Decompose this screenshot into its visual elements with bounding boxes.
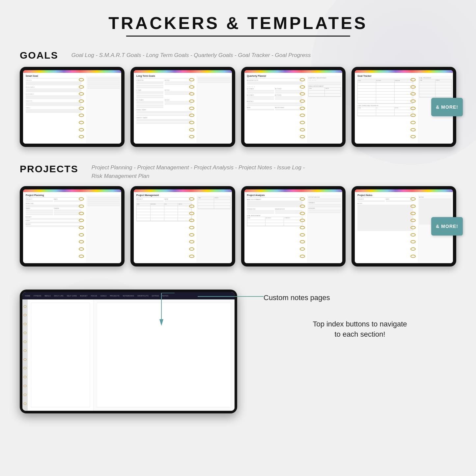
long-term-left: Long Term Goals 6 MONTHS NOTES: [134, 73, 195, 144]
project-analysis-screen: Project Analysis ANALYSIS SUMMARY STRENG…: [244, 189, 343, 263]
rainbow-bar-7: [244, 189, 343, 192]
project-management-left: Project Management PROJECT DATE: [134, 192, 195, 263]
label-1-container: Custom notes pages: [264, 293, 456, 303]
tab-meals[interactable]: MEALS: [43, 294, 52, 297]
goals-subtitle: Goal Log - S.M.A.R.T Goals - Long Term G…: [71, 51, 311, 60]
tab-notebooks[interactable]: NOTEBOOKS: [122, 294, 135, 297]
tab-daily-life[interactable]: DAILY LIFE: [53, 294, 65, 297]
svg-marker-0: [159, 319, 163, 326]
rainbow-bar-5: [23, 189, 121, 192]
spiral-7: [300, 195, 305, 260]
spiral-3: [300, 76, 305, 140]
smart-goal-left: Smart Goal SPECIFIC MEASURABLE ACHIEVABL…: [23, 73, 84, 144]
long-term-goals-screen: Long Term Goals 6 MONTHS NOTES: [134, 70, 232, 144]
tab-focus[interactable]: FOCUS: [90, 294, 98, 297]
page-container: TRACKERS & TEMPLATES GOALS Goal Log - S.…: [0, 0, 476, 427]
goals-title: GOALS: [20, 50, 58, 61]
main-title: TRACKERS & TEMPLATES: [20, 13, 456, 33]
project-planning-device: Project Planning PROJECT DATE: [20, 186, 125, 266]
smart-goal-right: [86, 75, 121, 144]
label-2-container: Top index buttons to navigateto each sec…: [264, 319, 456, 340]
spiral-8: [410, 195, 416, 260]
projects-section-header: PROJECTS Project Planning - Project Mana…: [20, 163, 456, 180]
project-management-screen: Project Management PROJECT DATE: [134, 189, 232, 263]
long-term-goals-device: Long Term Goals 6 MONTHS NOTES: [130, 67, 235, 147]
projects-subtitle: Project Planning - Project Management - …: [92, 163, 305, 180]
bottom-tablet: HOME FITNESS MEALS DAILY LIFE SELF CARE …: [20, 290, 237, 413]
project-notes-left: Project Notes PROJECT DATE: [355, 192, 416, 263]
quarterly-planner-device: Quarterly Planner MISSION/FOCUS ★★★★★: [241, 67, 346, 147]
rainbow-bar-3: [244, 70, 343, 73]
bottom-content: [22, 299, 235, 411]
goals-section: GOALS Goal Log - S.M.A.R.T Goals - Long …: [20, 50, 456, 147]
doc-title-projplan: Project Planning: [26, 194, 81, 196]
quarterly-left: Quarterly Planner MISSION/FOCUS ★★★★★: [244, 73, 305, 144]
tab-home[interactable]: HOME: [24, 294, 32, 297]
label-custom-notes: Custom notes pages: [264, 293, 456, 303]
project-analysis-device: Project Analysis ANALYSIS SUMMARY STRENG…: [241, 186, 346, 266]
spiral-2: [189, 76, 194, 140]
doc-title-projnotes: Project Notes: [357, 194, 413, 196]
goals-more-button[interactable]: & MORE!: [431, 98, 463, 116]
rainbow-bar-2: [134, 70, 232, 73]
bottom-device-container: HOME FITNESS MEALS DAILY LIFE SELF CARE …: [20, 283, 244, 413]
doc-title-projanalysis: Project Analysis: [247, 194, 303, 196]
bottom-section: HOME FITNESS MEALS DAILY LIFE SELF CARE …: [20, 283, 456, 413]
rainbow-bar-8: [355, 189, 453, 192]
tab-budget[interactable]: BUDGET: [79, 294, 89, 297]
spiral-4: [410, 76, 416, 140]
tab-projects[interactable]: PROJECTS: [109, 294, 121, 297]
projects-title: PROJECTS: [20, 163, 78, 175]
label-top-index: Top index buttons to navigateto each sec…: [264, 319, 456, 340]
goals-device-grid: Smart Goal SPECIFIC MEASURABLE ACHIEVABL…: [20, 67, 456, 147]
project-management-right: TASK STATUS: [196, 195, 232, 263]
projects-section: PROJECTS Project Planning - Project Mana…: [20, 163, 456, 266]
goal-tracker-left: Goal Tracker GOAL ACTIONS DEADLINE: [355, 73, 416, 144]
project-analysis-right: OPPORTUNITIES THREATS LESSONS: [307, 195, 342, 263]
bottom-labels: Custom notes pages Top index buttons to …: [244, 283, 456, 350]
project-planning-right: [86, 195, 121, 263]
title-underline: [126, 36, 350, 37]
project-management-device: Project Management PROJECT DATE: [130, 186, 235, 266]
rainbow-bar-1: [23, 70, 121, 73]
project-planning-screen: Project Planning PROJECT DATE: [23, 189, 121, 263]
rainbow-bar-4: [355, 70, 453, 73]
spiral-5: [79, 195, 84, 260]
doc-title-goaltracker: Goal Tracker: [357, 75, 413, 77]
arrow-indicator: [148, 293, 175, 334]
quarterly-right: QUARTERLY MILESTONES ★★★★★ GOALS ACHIEVE…: [307, 75, 342, 144]
project-analysis-left: Project Analysis ANALYSIS SUMMARY STRENG…: [244, 192, 305, 263]
tab-self-care[interactable]: SELF CARE: [66, 294, 78, 297]
connector-line-1: [198, 296, 264, 297]
goal-tracker-device: Goal Tracker GOAL ACTIONS DEADLINE: [351, 67, 456, 147]
doc-title-projmgmt: Project Management: [136, 194, 192, 196]
smart-goal-screen: Smart Goal SPECIFIC MEASURABLE ACHIEVABL…: [23, 70, 121, 144]
tab-shortcuts[interactable]: SHORTCUTS: [136, 294, 150, 297]
project-planning-left: Project Planning PROJECT DATE: [23, 192, 84, 263]
bottom-left-panel: [28, 299, 94, 411]
smart-goal-device: Smart Goal SPECIFIC MEASURABLE ACHIEVABL…: [20, 67, 125, 147]
bottom-spiral: [22, 299, 28, 411]
projects-device-grid: Project Planning PROJECT DATE: [20, 186, 456, 266]
tab-fitness[interactable]: FITNESS: [32, 294, 42, 297]
doc-title-smart: Smart Goal: [26, 75, 81, 77]
doc-title-quarterly: Quarterly Planner: [247, 75, 303, 77]
tab-goals[interactable]: GOALS: [99, 294, 108, 297]
header: TRACKERS & TEMPLATES: [20, 13, 456, 37]
long-term-right: [196, 75, 232, 144]
goals-section-header: GOALS Goal Log - S.M.A.R.T Goals - Long …: [20, 50, 456, 61]
doc-title-longterm: Long Term Goals: [136, 75, 192, 77]
project-notes-device: Project Notes PROJECT DATE: [351, 186, 456, 266]
nav-tabs-bar: HOME FITNESS MEALS DAILY LIFE SELF CARE …: [22, 292, 235, 299]
bottom-tablet-screen: HOME FITNESS MEALS DAILY LIFE SELF CARE …: [22, 292, 235, 411]
rainbow-bar-6: [134, 189, 232, 192]
projects-more-button[interactable]: & MORE!: [431, 217, 463, 236]
quarterly-planner-screen: Quarterly Planner MISSION/FOCUS ★★★★★: [244, 70, 343, 144]
spiral-6: [189, 195, 194, 260]
spiral-1: [79, 76, 84, 140]
